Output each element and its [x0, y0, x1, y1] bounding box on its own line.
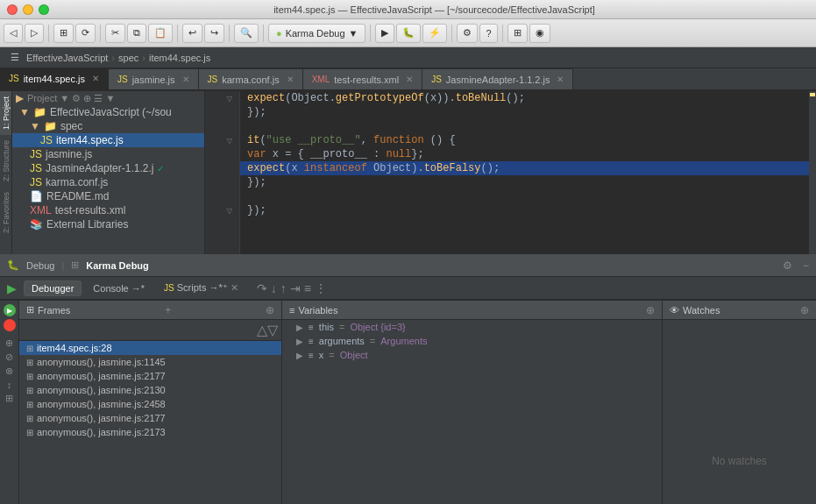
watches-more-btn[interactable]: ⊕: [800, 304, 809, 316]
var-item-arguments[interactable]: ▶ ≡ arguments = Arguments: [282, 334, 662, 348]
window-controls[interactable]: [7, 4, 49, 15]
step-over-icon[interactable]: ↷: [257, 281, 267, 295]
gutter-3: [205, 119, 239, 133]
code-line-4: it("use __proto__", function () {: [240, 133, 816, 147]
evaluate-icon[interactable]: ≡: [304, 281, 311, 295]
nav-root[interactable]: ☰: [7, 52, 23, 63]
toolbar-forward[interactable]: ▷: [25, 24, 44, 43]
debugger-tab[interactable]: Debugger: [24, 280, 82, 296]
tree-spec-folder[interactable]: ▼ 📁 spec: [12, 119, 204, 133]
toolbar-run[interactable]: ▶: [375, 24, 394, 43]
toolbar-search[interactable]: 🔍: [234, 24, 259, 43]
tab-jasmine[interactable]: JS jasmine.js ✕: [109, 68, 199, 89]
tab-item44[interactable]: JS item44.spec.js ✕: [0, 68, 109, 89]
toolbar-extra1[interactable]: ⊞: [507, 24, 528, 43]
tab-testresults[interactable]: XML test-results.xml ✕: [303, 68, 423, 89]
tab-karma[interactable]: JS karma.conf.js ✕: [199, 68, 303, 89]
variables-more-btn[interactable]: ⊕: [646, 304, 655, 316]
tab-jasmineadapter[interactable]: JS JasmineAdapter-1.1.2.js ✕: [422, 68, 573, 89]
toolbar-debug-run[interactable]: 🐛: [396, 24, 421, 43]
debug-title: Debug: [26, 260, 54, 271]
step-into-icon[interactable]: ↓: [271, 281, 277, 295]
tree-jasmineadapter[interactable]: JS JasmineAdapter-1.1.2.j ✓: [12, 161, 204, 175]
left-tab-favorites[interactable]: 2: Favorites: [0, 187, 11, 238]
debug-extra-1[interactable]: ⊕: [5, 337, 13, 349]
scripts-tab[interactable]: JS Scripts →*⁺ ✕: [156, 280, 246, 296]
nav-file[interactable]: item44.spec.js: [145, 53, 214, 63]
debug-icon: 🐛: [7, 259, 19, 271]
frame-down-btn[interactable]: ▽: [267, 322, 278, 338]
toolbar-back[interactable]: ◁: [4, 24, 23, 43]
debug-extra-5[interactable]: ⊞: [5, 393, 13, 404]
settings-debug-icon[interactable]: ⋮: [315, 281, 327, 295]
frame-item-0[interactable]: ⊞ item44.spec.js:28: [19, 341, 281, 355]
toolbar-profile[interactable]: ⚡: [422, 24, 447, 43]
tree-root[interactable]: ▼ 📁 EffectiveJavaScript (~/sou: [12, 105, 204, 119]
left-tab-project[interactable]: 1: Project: [0, 91, 11, 135]
var-item-this[interactable]: ▶ ≡ this = Object {id=3}: [282, 320, 662, 334]
gutter-9: ▽: [205, 203, 239, 217]
tree-readme[interactable]: 📄 README.md: [12, 189, 204, 203]
frames-more-btn[interactable]: ⊕: [266, 304, 274, 316]
tree-external-libraries[interactable]: 📚 External Libraries: [12, 217, 204, 231]
tree-jasmine[interactable]: JS jasmine.js: [12, 147, 204, 161]
minimize-button[interactable]: [23, 4, 33, 15]
toolbar-help[interactable]: ?: [479, 24, 497, 43]
variables-list: ▶ ≡ this = Object {id=3} ▶ ≡ arguments =…: [282, 320, 662, 504]
run-to-cursor-icon[interactable]: ⇥: [290, 281, 301, 295]
console-tab[interactable]: Console →*: [85, 280, 153, 296]
debug-extra-3[interactable]: ⊗: [5, 366, 13, 377]
frame-up-btn[interactable]: △: [257, 322, 267, 338]
karma-debug-button[interactable]: ● Karma Debug ▼: [268, 24, 365, 43]
frames-list: ⊞ item44.spec.js:28 ⊞ anonymous(), jasmi…: [19, 341, 281, 504]
toolbar-paste[interactable]: 📋: [148, 24, 173, 43]
toolbar-redo[interactable]: ↪: [204, 24, 224, 43]
toolbar-undo[interactable]: ↩: [182, 24, 202, 43]
nav-spec[interactable]: spec: [115, 53, 142, 63]
toolbar-cut[interactable]: ✂: [105, 24, 125, 43]
scripts-close[interactable]: ✕: [231, 282, 238, 293]
tree-karma-conf[interactable]: JS karma.conf.js: [12, 175, 204, 189]
var-item-x[interactable]: ▶ ≡ x = Object: [282, 348, 662, 362]
gutter-2: [205, 105, 239, 119]
frame-item-1[interactable]: ⊞ anonymous(), jasmine.js:1145: [19, 355, 281, 369]
toolbar-sync[interactable]: ⟳: [75, 24, 96, 43]
tab-close-4[interactable]: ✕: [557, 75, 564, 84]
left-tab-structure[interactable]: Z: Structure: [0, 135, 11, 187]
ext-lib-icon: 📚: [30, 218, 43, 231]
frames-add-btn[interactable]: +: [165, 304, 171, 316]
frame-item-4[interactable]: ⊞ anonymous(), jasmine.js:2458: [19, 397, 281, 411]
debug-extra-2[interactable]: ⊘: [5, 351, 13, 363]
nav-effectivejs[interactable]: EffectiveJavaScript: [23, 53, 111, 63]
tree-testresults[interactable]: XML test-results.xml: [12, 203, 204, 217]
tree-project-header[interactable]: ▶ Project ▼ ⚙ ⊕ ☰ ▼: [12, 91, 204, 105]
code-content[interactable]: expect(Object.getPrototypeOf(x)).toBeNul…: [240, 91, 816, 254]
frame-item-5[interactable]: ⊞ anonymous(), jasmine.js:2177: [19, 411, 281, 425]
frame-item-3[interactable]: ⊞ anonymous(), jasmine.js:2130: [19, 383, 281, 397]
debug-panel-close[interactable]: −: [803, 259, 809, 272]
toolbar-sep-1: [48, 25, 49, 42]
tab-close-3[interactable]: ✕: [406, 75, 413, 84]
step-out-icon[interactable]: ↑: [280, 281, 287, 295]
tab-close-0[interactable]: ✕: [92, 74, 99, 83]
code-line-7: });: [240, 175, 816, 189]
toolbar-copy[interactable]: ⧉: [127, 24, 146, 43]
frame-item-6[interactable]: ⊞ anonymous(), jasmine.js:2173: [19, 425, 281, 439]
tab-close-1[interactable]: ✕: [182, 75, 189, 84]
jasmine-icon: JS: [30, 148, 42, 160]
resume-icon[interactable]: ▶: [7, 281, 17, 295]
close-button[interactable]: [7, 4, 18, 15]
debug-stop-btn[interactable]: [4, 319, 16, 331]
toolbar-project[interactable]: ⊞: [53, 24, 74, 43]
code-editor[interactable]: ▽ ▽ ▽ expect(Object.getPrototypeOf(x)).t…: [205, 91, 816, 254]
tab-close-2[interactable]: ✕: [287, 75, 294, 84]
maximize-button[interactable]: [39, 4, 49, 15]
debug-play-btn[interactable]: ▶: [4, 304, 16, 316]
toolbar-extra2[interactable]: ◉: [529, 24, 550, 43]
frame-item-2[interactable]: ⊞ anonymous(), jasmine.js:2177: [19, 369, 281, 383]
debug-extra-4[interactable]: ↕: [7, 380, 12, 390]
debug-settings-icon[interactable]: ⚙: [783, 259, 792, 272]
tree-item44[interactable]: JS item44.spec.js: [12, 133, 204, 147]
toolbar-settings[interactable]: ⚙: [457, 24, 478, 43]
tab-xml-icon: XML: [312, 75, 330, 84]
